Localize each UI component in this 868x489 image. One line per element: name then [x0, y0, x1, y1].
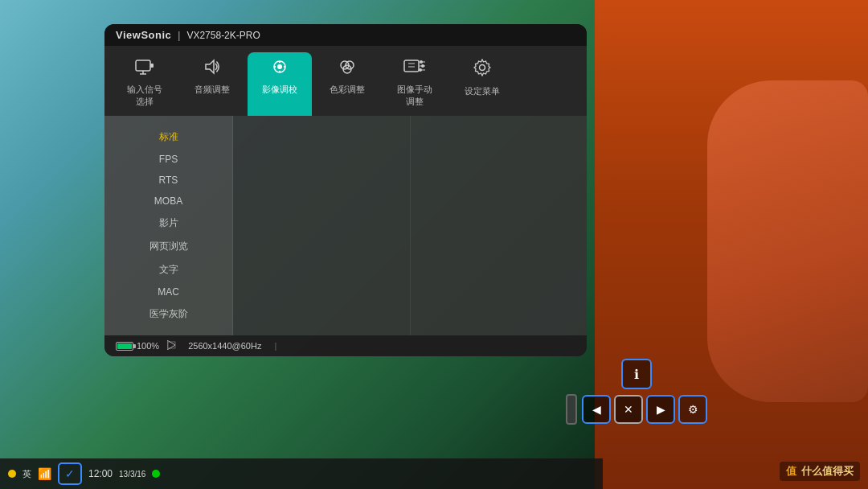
- battery-icon: [116, 342, 133, 351]
- menu-item-mac[interactable]: MAC: [104, 281, 232, 302]
- tab-image-mode[interactable]: 影像调校: [248, 52, 312, 116]
- svg-point-7: [279, 61, 280, 63]
- sub-panel-2: [411, 116, 588, 335]
- settings-button[interactable]: ⚙: [678, 395, 707, 424]
- menu-item-rts[interactable]: RTS: [104, 170, 232, 191]
- image-mode-icon: [270, 59, 289, 80]
- joystick-handle: [566, 394, 577, 425]
- svg-point-8: [279, 71, 280, 72]
- tab-image-manual-label: 图像手动调整: [397, 84, 432, 108]
- svg-rect-3: [150, 64, 154, 68]
- svg-rect-0: [136, 60, 150, 71]
- watermark: 值 什么值得买: [780, 462, 860, 481]
- svg-point-22: [419, 68, 422, 72]
- tab-audio[interactable]: 音频调整: [180, 52, 244, 116]
- right-icon: ▶: [657, 403, 665, 416]
- tab-settings[interactable]: 设定菜单: [450, 52, 514, 116]
- watermark-logo: 值: [786, 464, 796, 479]
- tab-image-mode-label: 影像调校: [262, 84, 297, 96]
- menu-item-standard[interactable]: 标准: [104, 125, 232, 149]
- controller-buttons-area: ℹ ◀ ✕ ▶ ⚙: [566, 359, 707, 425]
- title-divider: |: [178, 30, 180, 41]
- taskbar-dot-green: [152, 470, 160, 478]
- info-button[interactable]: ℹ: [621, 359, 652, 389]
- osd-content: 标准 FPS RTS MOBA 影片 网页浏览 文字 MAC 医学灰阶: [104, 116, 587, 335]
- audio-icon: [203, 59, 222, 80]
- menu-item-movie[interactable]: 影片: [104, 212, 232, 235]
- tab-image-manual[interactable]: 图像手动调整: [383, 52, 447, 116]
- menu-item-text[interactable]: 文字: [104, 258, 232, 281]
- model-label: VX2758-2K-PRO: [186, 30, 260, 41]
- color-icon: [338, 59, 357, 80]
- battery-percent: 100%: [137, 341, 159, 351]
- menu-item-web[interactable]: 网页浏览: [104, 235, 232, 258]
- osd-title-bar: ViewSonic | VX2758-2K-PRO: [104, 24, 587, 46]
- separator-line: |: [274, 341, 276, 351]
- image-manual-icon: [403, 59, 426, 80]
- settings-ctrl-icon: ⚙: [688, 403, 698, 416]
- tab-input-signal-label: 输入信号选择: [127, 84, 162, 108]
- battery-status: 100%: [116, 341, 159, 351]
- monitor-osd: ViewSonic | VX2758-2K-PRO 输入信号选择 音频调整 影像…: [104, 24, 587, 356]
- taskbar-time: 12:00: [88, 468, 113, 479]
- brand-label: ViewSonic: [116, 29, 171, 41]
- taskbar-lang: 英: [23, 468, 31, 480]
- tab-color-label: 色彩调整: [330, 84, 365, 96]
- taskbar-date: 13/3/16: [119, 470, 145, 479]
- svg-rect-14: [404, 60, 419, 72]
- right-button[interactable]: ▶: [646, 395, 675, 424]
- taskbar: 英 📶 ✓ 12:00 13/3/16: [0, 458, 603, 489]
- left-icon: ◀: [592, 403, 601, 416]
- taskbar-time-date: 12:00 13/3/16: [88, 468, 145, 479]
- svg-point-10: [284, 66, 285, 68]
- svg-point-9: [274, 66, 276, 68]
- svg-marker-4: [206, 60, 214, 73]
- svg-point-21: [421, 64, 424, 68]
- left-button[interactable]: ◀: [582, 395, 611, 424]
- taskbar-dot-yellow: [8, 470, 16, 478]
- close-button[interactable]: ✕: [614, 395, 643, 424]
- svg-point-23: [480, 65, 485, 71]
- tab-settings-label: 设定菜单: [465, 85, 500, 97]
- taskbar-check-button[interactable]: ✓: [58, 462, 82, 485]
- settings-tab-icon: [473, 59, 491, 81]
- hand-overlay: [707, 80, 868, 402]
- wifi-icon: 📶: [38, 467, 51, 480]
- info-icon: ℹ: [634, 367, 639, 382]
- close-icon: ✕: [624, 403, 633, 416]
- battery-fill: [117, 343, 132, 349]
- svg-point-20: [420, 60, 423, 64]
- tab-input-signal[interactable]: 输入信号选择: [113, 52, 177, 116]
- svg-point-6: [277, 64, 282, 69]
- sub-panel-1: [233, 116, 411, 335]
- menu-item-medical[interactable]: 医学灰阶: [104, 302, 232, 326]
- check-icon: ✓: [65, 467, 75, 480]
- tab-audio-label: 音频调整: [194, 84, 230, 96]
- tab-color[interactable]: 色彩调整: [315, 52, 379, 116]
- status-resolution: 2560x1440@60Hz: [188, 341, 261, 351]
- status-separator: [167, 340, 180, 351]
- input-signal-icon: [135, 59, 154, 80]
- watermark-text: 什么值得买: [801, 464, 854, 479]
- osd-status-bar: 100% 2560x1440@60Hz |: [104, 335, 587, 356]
- osd-nav-tabs: 输入信号选择 音频调整 影像调校 色彩调整 图像手动调整: [104, 46, 587, 116]
- image-mode-menu-list: 标准 FPS RTS MOBA 影片 网页浏览 文字 MAC 医学灰阶: [104, 116, 233, 335]
- menu-item-moba[interactable]: MOBA: [104, 191, 232, 212]
- controller-row: ◀ ✕ ▶ ⚙: [566, 394, 707, 425]
- menu-item-fps[interactable]: FPS: [104, 149, 232, 170]
